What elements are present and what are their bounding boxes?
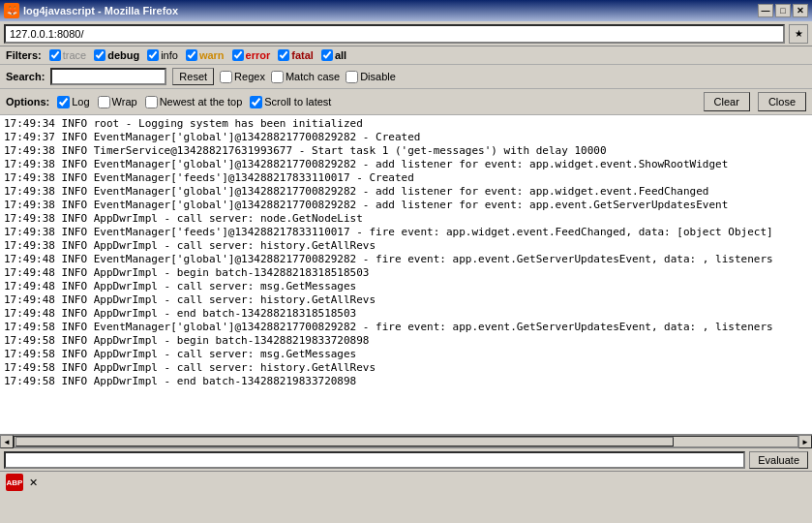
address-bar: ★ — [0, 21, 812, 46]
scroll-track[interactable] — [14, 436, 798, 447]
window-title: log4javascript - Mozilla Firefox — [23, 5, 178, 16]
evaluate-button[interactable]: Evaluate — [749, 451, 808, 469]
title-bar: 🦊 log4javascript - Mozilla Firefox — □ ✕ — [0, 0, 812, 21]
log-label: Log — [72, 96, 89, 108]
log-option[interactable]: Log — [57, 96, 89, 108]
filter-all[interactable]: all — [321, 49, 346, 61]
log-line: 17:49:48 INFO AppDwrImpl - begin batch-1… — [4, 266, 808, 280]
minimize-button[interactable]: — — [758, 4, 773, 17]
filters-label: Filters: — [6, 49, 42, 61]
newest-checkbox[interactable] — [145, 96, 158, 108]
status-bar: ABP ✕ — [0, 472, 812, 493]
close-button[interactable]: Close — [758, 92, 806, 111]
log-line: 17:49:58 INFO AppDwrImpl - call server: … — [4, 361, 808, 375]
browser-icon: 🦊 — [4, 3, 19, 18]
scroll-right-button[interactable]: ► — [798, 435, 812, 448]
scroll-option[interactable]: Scroll to latest — [250, 96, 331, 108]
matchcase-checkbox[interactable] — [271, 71, 284, 83]
filter-warn-checkbox[interactable] — [186, 49, 197, 61]
disable-label: Disable — [360, 71, 396, 82]
wrap-option[interactable]: Wrap — [98, 96, 137, 108]
newest-option[interactable]: Newest at the top — [145, 96, 243, 108]
filter-trace-checkbox[interactable] — [49, 49, 61, 61]
newest-label: Newest at the top — [160, 96, 243, 108]
log-checkbox[interactable] — [57, 96, 70, 108]
disable-checkbox[interactable] — [346, 71, 358, 83]
clear-button[interactable]: Clear — [704, 92, 750, 111]
filter-debug-checkbox[interactable] — [94, 49, 105, 61]
filter-fatal[interactable]: fatal — [278, 49, 314, 61]
log-line: 17:49:58 INFO AppDwrImpl - end batch-134… — [4, 375, 808, 388]
filter-error-label: error — [246, 49, 271, 61]
matchcase-label: Match case — [286, 71, 340, 82]
filter-all-checkbox[interactable] — [321, 49, 333, 61]
matchcase-option[interactable]: Match case — [271, 71, 340, 83]
filters-row: Filters: trace debug info warn error fat… — [0, 46, 812, 65]
regex-label: Regex — [234, 71, 265, 82]
filter-warn[interactable]: warn — [186, 49, 225, 61]
address-go-button[interactable]: ★ — [789, 24, 808, 44]
evaluate-row: Evaluate — [0, 448, 812, 472]
log-line: 17:49:48 INFO AppDwrImpl - end batch-134… — [4, 307, 808, 321]
filter-info[interactable]: info — [147, 49, 178, 61]
log-line: 17:49:38 INFO EventManager['global']@134… — [4, 199, 808, 212]
scroll-checkbox[interactable] — [250, 96, 262, 108]
scroll-left-button[interactable]: ◄ — [0, 435, 14, 448]
filter-warn-label: warn — [199, 49, 225, 61]
options-label: Options: — [6, 96, 49, 108]
log-line: 17:49:58 INFO AppDwrImpl - begin batch-1… — [4, 334, 808, 348]
options-row: Options: Log Wrap Newest at the top Scro… — [0, 89, 812, 115]
filter-info-label: info — [161, 49, 178, 61]
filter-error[interactable]: error — [232, 49, 271, 61]
log-line: 17:49:48 INFO AppDwrImpl - call server: … — [4, 280, 808, 293]
search-label: Search: — [6, 71, 45, 82]
regex-checkbox[interactable] — [220, 71, 232, 83]
log-line: 17:49:38 INFO EventManager['feeds']@1342… — [4, 171, 808, 185]
filter-trace-label: trace — [63, 49, 86, 61]
filter-trace[interactable]: trace — [49, 49, 86, 61]
log-line: 17:49:38 INFO TimerService@1342882176319… — [4, 144, 808, 158]
disable-option[interactable]: Disable — [346, 71, 396, 83]
log-line: 17:49:38 INFO EventManager['global']@134… — [4, 185, 808, 199]
filter-error-checkbox[interactable] — [232, 49, 244, 61]
evaluate-input[interactable] — [4, 451, 745, 469]
regex-option[interactable]: Regex — [220, 71, 265, 83]
log-line: 17:49:38 INFO EventManager['feeds']@1342… — [4, 226, 808, 239]
address-input[interactable] — [4, 24, 785, 44]
log-line: 17:49:58 INFO EventManager['global']@134… — [4, 321, 808, 334]
log-line: 17:49:37 INFO EventManager['global']@134… — [4, 131, 808, 144]
log-line: 17:49:48 INFO EventManager['global']@134… — [4, 253, 808, 266]
close-window-button[interactable]: ✕ — [793, 4, 808, 17]
log-line: 17:49:48 INFO AppDwrImpl - call server: … — [4, 293, 808, 307]
search-input[interactable] — [50, 68, 166, 85]
scroll-thumb[interactable] — [15, 437, 674, 446]
wrap-label: Wrap — [112, 96, 137, 108]
log-line: 17:49:38 INFO EventManager['global']@134… — [4, 158, 808, 171]
search-options: Regex Match case Disable — [220, 71, 396, 83]
log-line: 17:49:38 INFO AppDwrImpl - call server: … — [4, 239, 808, 253]
filter-fatal-checkbox[interactable] — [278, 49, 289, 61]
search-row: Search: Reset Regex Match case Disable — [0, 65, 812, 89]
reset-button[interactable]: Reset — [172, 68, 214, 85]
scroll-label: Scroll to latest — [264, 96, 331, 108]
filter-debug-label: debug — [107, 49, 139, 61]
horizontal-scrollbar[interactable]: ◄ ► — [0, 435, 812, 448]
wrap-checkbox[interactable] — [98, 96, 110, 108]
adblock-icon: ABP — [6, 474, 23, 491]
log-area[interactable]: 17:49:34 INFO root - Logging system has … — [0, 115, 812, 435]
filter-fatal-label: fatal — [291, 49, 314, 61]
status-close-button[interactable]: ✕ — [29, 477, 38, 489]
filter-debug[interactable]: debug — [94, 49, 139, 61]
log-line: 17:49:34 INFO root - Logging system has … — [4, 117, 808, 131]
log-line: 17:49:58 INFO AppDwrImpl - call server: … — [4, 348, 808, 361]
filter-all-label: all — [335, 49, 346, 61]
maximize-button[interactable]: □ — [775, 4, 791, 17]
filter-info-checkbox[interactable] — [147, 49, 159, 61]
log-line: 17:49:38 INFO AppDwrImpl - call server: … — [4, 212, 808, 226]
